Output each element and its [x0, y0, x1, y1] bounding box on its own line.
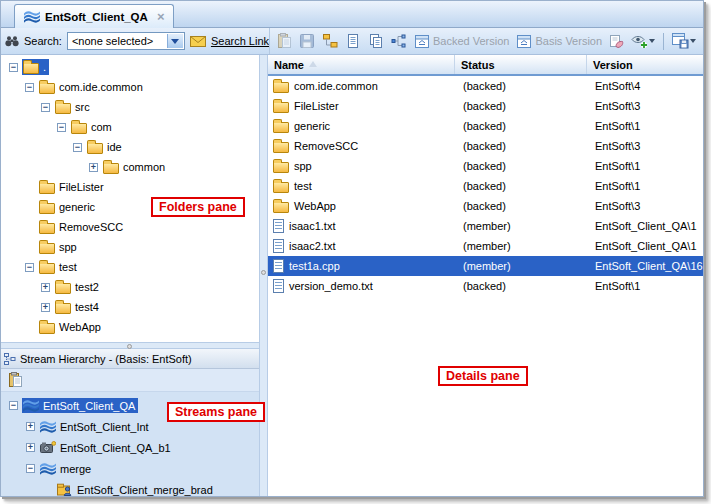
collapse-minus-icon[interactable]: − — [9, 401, 18, 410]
tree-node[interactable]: EntSoft_Client_Int — [39, 419, 152, 434]
tree-item[interactable]: RemoveSCC — [1, 217, 259, 237]
tree-item[interactable]: −ide — [1, 137, 259, 157]
collapse-minus-icon[interactable]: − — [73, 143, 82, 152]
collapse-minus-icon[interactable]: − — [9, 63, 18, 72]
search-dropdown[interactable]: <none selected> — [67, 32, 185, 50]
keep-button[interactable] — [321, 33, 338, 50]
horizontal-splitter[interactable] — [1, 342, 259, 349]
tree-item[interactable]: +test4 — [1, 297, 259, 317]
tree-item[interactable]: +common — [1, 157, 259, 177]
expand-plus-icon[interactable]: + — [89, 163, 98, 172]
copy-button[interactable] — [367, 33, 384, 50]
stream-icon — [40, 462, 56, 475]
column-name-label: Name — [274, 59, 304, 71]
stream-hierarchy-title: Stream Hierarchy - (Basis: EntSoft) — [20, 353, 192, 365]
column-header-version[interactable]: Version — [587, 55, 703, 74]
chevron-down-icon[interactable] — [690, 39, 696, 43]
chevron-down-icon[interactable] — [167, 34, 183, 48]
paste-button[interactable] — [275, 33, 292, 50]
splitter-grip-icon[interactable] — [261, 270, 266, 275]
table-view-button[interactable]: Basis Version — [515, 33, 602, 50]
tree-node[interactable]: WebApp — [38, 319, 104, 335]
collapse-minus-icon[interactable]: − — [41, 103, 50, 112]
table-row[interactable]: spp(backed)EntSoft\1 — [268, 156, 703, 176]
tree-node[interactable]: generic — [38, 199, 98, 215]
collapse-minus-icon[interactable]: − — [25, 83, 34, 92]
table-row[interactable]: isaac1.txt(member)EntSoft_Client_QA\1 — [268, 216, 703, 236]
tree-node[interactable]: EntSoft_Client_merge_brad — [56, 482, 216, 496]
expand-plus-icon[interactable]: + — [26, 422, 35, 431]
file-name-label: FileLister — [294, 100, 339, 112]
tree-item[interactable]: EntSoft_Client_merge_brad — [1, 479, 259, 496]
tree-item[interactable]: spp — [1, 237, 259, 257]
annotation-folders-pane: Folders pane — [151, 197, 245, 217]
tree-item-label: . — [43, 61, 46, 73]
expand-plus-icon[interactable]: + — [41, 283, 50, 292]
tree-node[interactable]: com — [70, 119, 115, 135]
collapse-minus-icon[interactable]: − — [26, 464, 35, 473]
expand-plus-icon[interactable]: + — [41, 303, 50, 312]
table-row[interactable]: RemoveSCC(backed)EntSoft\3 — [268, 136, 703, 156]
save-button[interactable] — [298, 33, 315, 50]
splitter-grip-icon[interactable] — [127, 344, 132, 349]
tree-node[interactable]: EntSoft_Client_QA — [22, 398, 138, 413]
table-row[interactable]: isaac2.txt(member)EntSoft_Client_QA\1 — [268, 236, 703, 256]
save-layout-button[interactable] — [672, 33, 696, 50]
table-row[interactable]: generic(backed)EntSoft\1 — [268, 116, 703, 136]
tree-item[interactable]: +EntSoft_Client_QA_b1 — [1, 437, 259, 458]
tree-item[interactable]: WebApp — [1, 317, 259, 337]
table-row[interactable]: test(backed)EntSoft\1 — [268, 176, 703, 196]
eye-add-button[interactable] — [631, 33, 655, 50]
tree-node[interactable]: test2 — [54, 279, 102, 295]
table-row[interactable]: com.ide.common(backed)EntSoft\4 — [268, 76, 703, 96]
tree-node[interactable]: common — [102, 159, 168, 175]
chevron-down-icon[interactable] — [649, 39, 655, 43]
tree-node[interactable]: src — [54, 99, 93, 115]
tree-node[interactable]: ide — [86, 139, 125, 155]
edit-button[interactable] — [608, 33, 625, 50]
tree-node[interactable]: com.ide.common — [38, 79, 146, 95]
table-header: Name Status Version — [268, 55, 703, 76]
column-header-status[interactable]: Status — [455, 55, 587, 74]
tree-item[interactable]: −. — [1, 57, 259, 77]
file-name-label: RemoveSCC — [294, 140, 358, 152]
document-button[interactable] — [344, 33, 361, 50]
version-graph-button[interactable] — [390, 33, 407, 50]
tree-node[interactable]: EntSoft_Client_QA_b1 — [39, 440, 174, 455]
tree-node[interactable]: RemoveSCC — [38, 219, 126, 235]
collapse-minus-icon[interactable]: − — [25, 263, 34, 272]
folder-icon — [273, 122, 289, 133]
table-row[interactable]: test1a.cpp(member)EntSoft_Client_QA\16 — [268, 256, 703, 276]
table-row[interactable]: WebApp(backed)EntSoft\3 — [268, 196, 703, 216]
tree-item[interactable]: −com — [1, 117, 259, 137]
table-row[interactable]: FileLister(backed)EntSoft\3 — [268, 96, 703, 116]
tree-node[interactable]: FileLister — [38, 179, 107, 195]
table-view-button[interactable]: Backed Version — [413, 33, 509, 50]
clipboard-icon[interactable] — [6, 372, 23, 389]
tree-item-label: EntSoft_Client_Int — [60, 421, 149, 433]
tree-node[interactable]: test — [38, 259, 80, 275]
tree-node[interactable]: merge — [39, 461, 94, 476]
app-window: EntSoft_Client_QA × Search: <none select… — [0, 0, 704, 497]
tree-node[interactable]: spp — [38, 239, 80, 255]
expand-plus-icon[interactable]: + — [26, 443, 35, 452]
cell-version: EntSoft\3 — [587, 100, 703, 112]
tab-entsoft-client-qa[interactable]: EntSoft_Client_QA × — [14, 4, 174, 28]
close-icon[interactable]: × — [157, 12, 165, 22]
details-toolbar: Backed VersionBasis Version — [269, 28, 703, 54]
collapse-minus-icon[interactable]: − — [57, 123, 66, 132]
tree-item[interactable]: −com.ide.common — [1, 77, 259, 97]
tree-item[interactable]: FileLister — [1, 177, 259, 197]
tree-item-label: common — [123, 161, 165, 173]
column-header-name[interactable]: Name — [268, 55, 455, 74]
tree-item[interactable]: −src — [1, 97, 259, 117]
tree-node[interactable]: . — [22, 59, 49, 75]
tree-item[interactable]: −merge — [1, 458, 259, 479]
tree-node[interactable]: test4 — [54, 299, 102, 315]
search-link[interactable]: Search Link — [211, 35, 269, 47]
tree-item[interactable]: +test2 — [1, 277, 259, 297]
tree-item[interactable]: −test — [1, 257, 259, 277]
table-row[interactable]: version_demo.txt(backed)EntSoft\1 — [268, 276, 703, 296]
paste-icon — [275, 33, 292, 50]
vertical-splitter[interactable] — [259, 55, 268, 496]
